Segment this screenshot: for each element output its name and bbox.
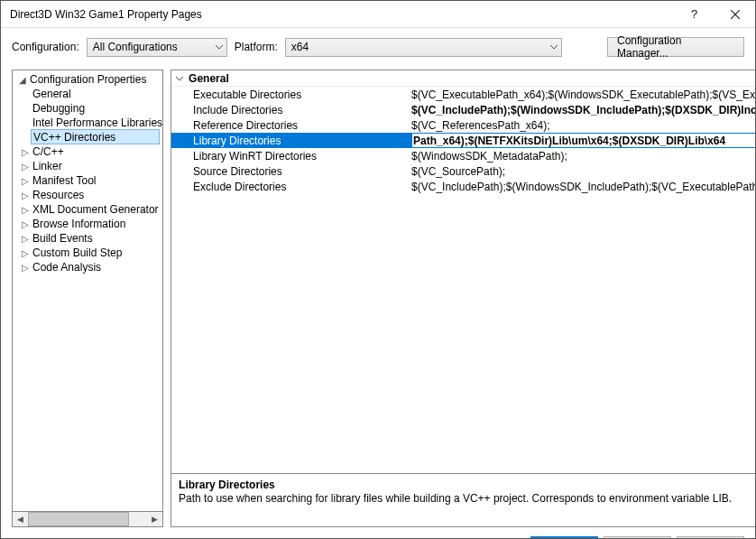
window-title: Direct3D Win32 Game1 Property Pages	[10, 8, 674, 21]
configuration-combo[interactable]: All Configurations	[87, 38, 227, 57]
tree-item[interactable]: General	[13, 87, 162, 101]
tree-item-label: Custom Build Step	[32, 246, 122, 259]
expand-icon[interactable]: ▷	[20, 176, 31, 186]
property-value[interactable]: Path_x64);$(NETFXKitsDir)Lib\um\x64;$(DX…	[411, 133, 756, 148]
property-name: Library Directories	[171, 135, 411, 147]
property-value[interactable]: $(VC_IncludePath);$(WindowsSDK_IncludePa…	[411, 104, 756, 116]
close-button[interactable]	[715, 1, 755, 28]
property-value[interactable]: $(VC_SourcePath);	[411, 165, 756, 178]
property-row[interactable]: Executable Directories$(VC_ExecutablePat…	[171, 87, 756, 102]
tree-item-label: C/C++	[32, 145, 64, 158]
property-row[interactable]: Library WinRT Directories$(WindowsSDK_Me…	[171, 148, 756, 163]
tree-item[interactable]: ▷Manifest Tool	[13, 173, 162, 188]
configuration-label: Configuration:	[12, 41, 79, 53]
tree-item[interactable]: Intel Performance Libraries	[13, 116, 162, 130]
collapse-icon[interactable]: ◢	[17, 75, 28, 85]
tree-item[interactable]: ▷Browse Information	[13, 217, 162, 231]
expand-icon[interactable]: ▷	[20, 234, 31, 244]
configuration-value: All Configurations	[93, 41, 178, 53]
help-button[interactable]: ?	[674, 1, 715, 28]
tree-item[interactable]: ▷XML Document Generator	[13, 202, 162, 217]
description-panel: Library Directories Path to use when sea…	[171, 474, 756, 527]
property-name: Reference Directories	[171, 119, 411, 132]
property-value[interactable]: $(WindowsSDK_MetadataPath);	[411, 150, 756, 163]
expand-icon[interactable]: ▷	[20, 147, 31, 157]
property-name: Source Directories	[171, 165, 411, 178]
property-name: Exclude Directories	[171, 181, 411, 193]
expand-icon[interactable]: ▷	[20, 219, 31, 229]
collapse-icon[interactable]	[176, 73, 189, 83]
property-row[interactable]: Library DirectoriesPath_x64);$(NETFXKits…	[171, 133, 756, 148]
grid-section-label: General	[189, 72, 229, 85]
expand-icon[interactable]: ▷	[20, 263, 31, 273]
tree-item-label: Debugging	[32, 102, 85, 115]
titlebar: Direct3D Win32 Game1 Property Pages ?	[1, 1, 755, 28]
platform-value: x64	[291, 41, 309, 53]
tree-item-label: Linker	[32, 160, 62, 172]
scroll-track[interactable]	[28, 512, 147, 526]
config-bar: Configuration: All Configurations Platfo…	[1, 28, 755, 70]
tree-item-label: Browse Information	[32, 218, 125, 230]
property-value[interactable]: $(VC_ReferencesPath_x64);	[411, 119, 756, 132]
expand-icon[interactable]: ▷	[20, 191, 31, 200]
tree-item-label: General	[32, 88, 71, 100]
property-name: Library WinRT Directories	[171, 150, 411, 163]
tree-item[interactable]: ▷Linker	[13, 159, 162, 173]
scroll-thumb[interactable]	[28, 512, 129, 526]
tree-root-label: Configuration Properties	[30, 73, 146, 86]
configuration-manager-button[interactable]: Configuration Manager...	[607, 37, 744, 57]
expand-icon[interactable]: ▷	[20, 162, 31, 172]
scroll-left-icon[interactable]: ◀	[13, 512, 28, 526]
tree-item-label: VC++ Directories	[33, 131, 115, 144]
description-text: Path to use when searching for library f…	[179, 492, 756, 506]
scroll-right-icon[interactable]: ▶	[147, 512, 162, 526]
tree-item[interactable]: ▷Resources	[13, 188, 162, 202]
tree-item[interactable]: ▷C/C++	[13, 144, 162, 159]
property-row[interactable]: Reference Directories$(VC_ReferencesPath…	[171, 117, 756, 133]
tree-item-label: Manifest Tool	[32, 174, 96, 187]
nav-tree[interactable]: ◢ Configuration Properties GeneralDebugg…	[12, 70, 163, 512]
tree-item-label: Code Analysis	[32, 261, 101, 274]
tree-item-label: Resources	[32, 189, 84, 201]
tree-item-label: XML Document Generator	[32, 203, 159, 216]
dialog-footer: OK Cancel Apply	[1, 527, 755, 539]
property-row[interactable]: Exclude Directories$(VC_IncludePath);$(W…	[171, 179, 756, 194]
tree-hscrollbar[interactable]: ◀ ▶	[12, 512, 163, 527]
platform-combo[interactable]: x64	[285, 38, 562, 57]
property-grid[interactable]: General Executable Directories$(VC_Execu…	[171, 70, 756, 474]
property-row[interactable]: Include Directories$(VC_IncludePath);$(W…	[171, 102, 756, 117]
tree-item-label: Build Events	[32, 232, 93, 245]
grid-section-header[interactable]: General	[171, 70, 756, 87]
tree-item[interactable]: ▷Build Events	[13, 231, 162, 246]
property-name: Executable Directories	[171, 88, 411, 101]
expand-icon[interactable]: ▷	[20, 248, 31, 258]
property-value[interactable]: $(VC_IncludePath);$(WindowsSDK_IncludePa…	[411, 181, 756, 193]
property-value[interactable]: $(VC_ExecutablePath_x64);$(WindowsSDK_Ex…	[411, 88, 756, 101]
tree-root[interactable]: ◢ Configuration Properties	[13, 72, 162, 87]
description-title: Library Directories	[179, 479, 756, 491]
chevron-down-icon	[216, 45, 223, 50]
tree-item[interactable]: ▷Code Analysis	[13, 260, 162, 274]
tree-item[interactable]: VC++ Directories	[31, 129, 160, 144]
tree-item[interactable]: Debugging	[13, 101, 162, 116]
platform-label: Platform:	[235, 41, 278, 53]
chevron-down-icon	[550, 45, 558, 50]
expand-icon[interactable]: ▷	[20, 205, 31, 215]
tree-item[interactable]: ▷Custom Build Step	[13, 246, 162, 260]
property-row[interactable]: Source Directories$(VC_SourcePath);	[171, 163, 756, 179]
property-name: Include Directories	[171, 104, 411, 116]
tree-item-label: Intel Performance Libraries	[32, 116, 162, 129]
